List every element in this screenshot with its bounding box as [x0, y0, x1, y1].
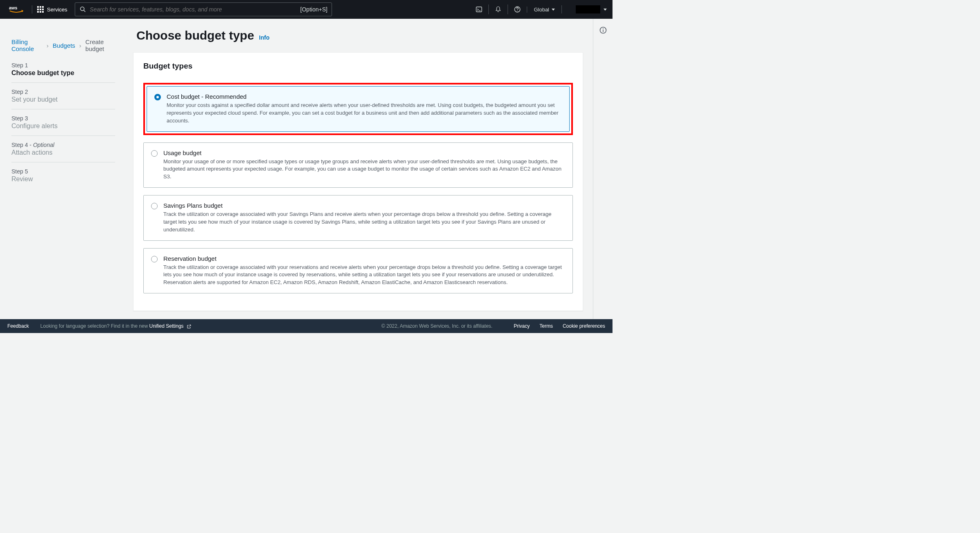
help-icon — [514, 6, 521, 13]
svg-line-10 — [189, 325, 191, 327]
step-1[interactable]: Step 1 Choose budget type — [11, 56, 115, 82]
step-name: Configure alerts — [11, 122, 115, 130]
svg-point-8 — [602, 29, 603, 29]
search-box[interactable]: [Option+S] — [75, 2, 332, 16]
breadcrumb-budgets[interactable]: Budgets — [53, 42, 75, 49]
search-shortcut: [Option+S] — [300, 6, 327, 13]
services-label: Services — [47, 7, 67, 13]
step-label: Step 1 — [11, 62, 115, 69]
chevron-right-icon: › — [79, 42, 81, 49]
unified-settings-link[interactable]: Unified Settings — [149, 323, 192, 329]
chevron-right-icon: › — [47, 42, 49, 49]
search-input[interactable] — [90, 6, 297, 13]
notifications-button[interactable] — [488, 4, 508, 14]
radio-description: Monitor your usage of one or more specif… — [163, 158, 565, 181]
info-icon — [599, 26, 607, 34]
main-content: Choose budget type Info Budget types Cos… — [127, 19, 593, 319]
wizard-steps-sidebar: Billing Console › Budgets › Create budge… — [0, 19, 127, 319]
step-2[interactable]: Step 2 Set your budget — [11, 83, 115, 109]
svg-rect-3 — [477, 7, 482, 12]
services-menu[interactable]: Services — [37, 6, 67, 13]
step-4[interactable]: Step 4 - Optional Attach actions — [11, 136, 115, 162]
nav-divider — [32, 5, 32, 13]
terms-link[interactable]: Terms — [539, 323, 553, 329]
language-hint: Looking for language selection? Find it … — [40, 323, 192, 329]
step-name: Attach actions — [11, 149, 115, 156]
radio-title: Cost budget - Recommended — [167, 93, 562, 100]
breadcrumb: Billing Console › Budgets › Create budge… — [11, 29, 115, 56]
svg-point-6 — [517, 11, 518, 11]
step-name: Review — [11, 175, 115, 183]
step-label: Step 3 — [11, 115, 115, 122]
caret-down-icon — [552, 9, 555, 11]
region-label: Global — [534, 7, 549, 13]
account-menu[interactable] — [561, 5, 607, 13]
search-icon — [79, 6, 87, 13]
svg-point-1 — [80, 7, 84, 11]
step-name: Choose budget type — [11, 69, 115, 77]
radio-icon — [151, 203, 158, 209]
region-selector[interactable]: Global — [527, 7, 561, 13]
card-header: Budget types — [134, 53, 583, 80]
breadcrumb-billing-console[interactable]: Billing Console — [11, 38, 42, 52]
info-link[interactable]: Info — [259, 34, 270, 41]
step-label: Step 5 — [11, 168, 115, 175]
aws-logo[interactable]: aws — [6, 5, 27, 14]
radio-option-savings-plans-budget[interactable]: Savings Plans budget Track the utilizati… — [143, 195, 573, 241]
cloudshell-icon — [475, 6, 483, 13]
breadcrumb-current: Create budget — [85, 38, 115, 52]
info-panel-toggle[interactable] — [593, 19, 612, 319]
svg-text:aws: aws — [9, 5, 17, 10]
radio-option-usage-budget[interactable]: Usage budget Monitor your usage of one o… — [143, 142, 573, 188]
radio-description: Monitor your costs against a specified d… — [167, 102, 562, 125]
radio-icon — [151, 256, 158, 262]
radio-option-cost-budget[interactable]: Cost budget - Recommended Monitor your c… — [147, 86, 570, 132]
cloudshell-button[interactable] — [470, 4, 488, 14]
radio-title: Savings Plans budget — [163, 202, 565, 209]
footer: Feedback Looking for language selection?… — [0, 319, 612, 333]
budget-types-card: Budget types Cost budget - Recommended M… — [133, 52, 583, 311]
radio-icon — [154, 94, 161, 100]
step-label: Step 2 — [11, 89, 115, 95]
svg-line-2 — [84, 10, 85, 12]
radio-title: Usage budget — [163, 149, 565, 156]
help-button[interactable] — [508, 4, 527, 14]
page-title: Choose budget type — [136, 29, 254, 42]
step-name: Set your budget — [11, 96, 115, 103]
step-5[interactable]: Step 5 Review — [11, 162, 115, 189]
feedback-link[interactable]: Feedback — [7, 323, 29, 329]
external-link-icon — [187, 324, 192, 329]
caret-down-icon — [604, 9, 607, 11]
radio-icon — [151, 150, 158, 157]
step-3[interactable]: Step 3 Configure alerts — [11, 109, 115, 135]
cookie-preferences-link[interactable]: Cookie preferences — [563, 323, 605, 329]
radio-option-reservation-budget[interactable]: Reservation budget Track the utilization… — [143, 248, 573, 294]
highlight-annotation: Cost budget - Recommended Monitor your c… — [143, 83, 573, 135]
radio-description: Track the utilization or coverage associ… — [163, 264, 565, 287]
radio-title: Reservation budget — [163, 255, 565, 262]
account-name-redacted — [576, 5, 600, 13]
top-nav: aws Services [Option+S] — [0, 0, 612, 19]
radio-description: Track the utilization or coverage associ… — [163, 211, 565, 234]
copyright-text: © 2022, Amazon Web Services, Inc. or its… — [381, 323, 492, 329]
privacy-link[interactable]: Privacy — [514, 323, 530, 329]
bell-icon — [494, 6, 502, 13]
grid-icon — [37, 6, 44, 13]
step-label: Step 4 - Optional — [11, 142, 115, 148]
